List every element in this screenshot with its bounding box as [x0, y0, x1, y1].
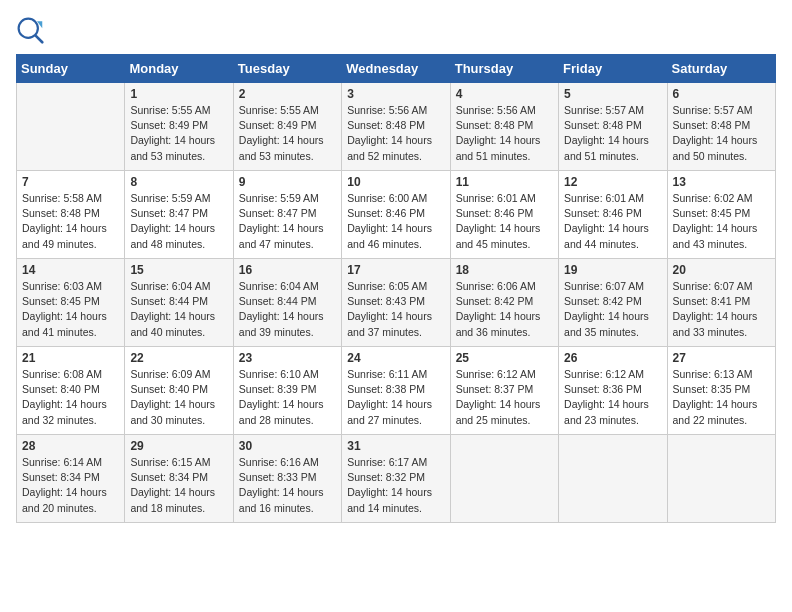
calendar-cell: 10Sunrise: 6:00 AM Sunset: 8:46 PM Dayli…: [342, 171, 450, 259]
cell-content: Sunrise: 6:00 AM Sunset: 8:46 PM Dayligh…: [347, 191, 444, 252]
day-number: 4: [456, 87, 553, 101]
calendar-cell: 7Sunrise: 5:58 AM Sunset: 8:48 PM Daylig…: [17, 171, 125, 259]
day-header-friday: Friday: [559, 55, 667, 83]
calendar-cell: [559, 435, 667, 523]
day-number: 8: [130, 175, 227, 189]
day-header-tuesday: Tuesday: [233, 55, 341, 83]
cell-content: Sunrise: 6:15 AM Sunset: 8:34 PM Dayligh…: [130, 455, 227, 516]
calendar-cell: 19Sunrise: 6:07 AM Sunset: 8:42 PM Dayli…: [559, 259, 667, 347]
cell-content: Sunrise: 6:10 AM Sunset: 8:39 PM Dayligh…: [239, 367, 336, 428]
calendar-cell: 31Sunrise: 6:17 AM Sunset: 8:32 PM Dayli…: [342, 435, 450, 523]
calendar-week-2: 7Sunrise: 5:58 AM Sunset: 8:48 PM Daylig…: [17, 171, 776, 259]
calendar-cell: 14Sunrise: 6:03 AM Sunset: 8:45 PM Dayli…: [17, 259, 125, 347]
cell-content: Sunrise: 5:59 AM Sunset: 8:47 PM Dayligh…: [130, 191, 227, 252]
logo: [16, 16, 48, 44]
calendar-week-1: 1Sunrise: 5:55 AM Sunset: 8:49 PM Daylig…: [17, 83, 776, 171]
day-number: 23: [239, 351, 336, 365]
calendar-week-4: 21Sunrise: 6:08 AM Sunset: 8:40 PM Dayli…: [17, 347, 776, 435]
cell-content: Sunrise: 5:57 AM Sunset: 8:48 PM Dayligh…: [564, 103, 661, 164]
day-number: 20: [673, 263, 770, 277]
calendar-cell: 1Sunrise: 5:55 AM Sunset: 8:49 PM Daylig…: [125, 83, 233, 171]
cell-content: Sunrise: 6:04 AM Sunset: 8:44 PM Dayligh…: [130, 279, 227, 340]
cell-content: Sunrise: 5:59 AM Sunset: 8:47 PM Dayligh…: [239, 191, 336, 252]
calendar-cell: [667, 435, 775, 523]
calendar-cell: 12Sunrise: 6:01 AM Sunset: 8:46 PM Dayli…: [559, 171, 667, 259]
logo-icon: [16, 16, 44, 44]
calendar-cell: 13Sunrise: 6:02 AM Sunset: 8:45 PM Dayli…: [667, 171, 775, 259]
calendar-cell: 17Sunrise: 6:05 AM Sunset: 8:43 PM Dayli…: [342, 259, 450, 347]
day-number: 13: [673, 175, 770, 189]
calendar-cell: 2Sunrise: 5:55 AM Sunset: 8:49 PM Daylig…: [233, 83, 341, 171]
calendar-cell: 23Sunrise: 6:10 AM Sunset: 8:39 PM Dayli…: [233, 347, 341, 435]
calendar-header: SundayMondayTuesdayWednesdayThursdayFrid…: [17, 55, 776, 83]
day-number: 11: [456, 175, 553, 189]
calendar-cell: 16Sunrise: 6:04 AM Sunset: 8:44 PM Dayli…: [233, 259, 341, 347]
calendar-cell: [450, 435, 558, 523]
day-number: 10: [347, 175, 444, 189]
calendar-table: SundayMondayTuesdayWednesdayThursdayFrid…: [16, 54, 776, 523]
day-number: 30: [239, 439, 336, 453]
cell-content: Sunrise: 6:11 AM Sunset: 8:38 PM Dayligh…: [347, 367, 444, 428]
day-header-thursday: Thursday: [450, 55, 558, 83]
cell-content: Sunrise: 6:01 AM Sunset: 8:46 PM Dayligh…: [456, 191, 553, 252]
cell-content: Sunrise: 5:56 AM Sunset: 8:48 PM Dayligh…: [347, 103, 444, 164]
day-header-saturday: Saturday: [667, 55, 775, 83]
day-number: 3: [347, 87, 444, 101]
page-header: [16, 16, 776, 44]
cell-content: Sunrise: 6:02 AM Sunset: 8:45 PM Dayligh…: [673, 191, 770, 252]
calendar-cell: 20Sunrise: 6:07 AM Sunset: 8:41 PM Dayli…: [667, 259, 775, 347]
day-number: 25: [456, 351, 553, 365]
calendar-cell: 8Sunrise: 5:59 AM Sunset: 8:47 PM Daylig…: [125, 171, 233, 259]
day-number: 22: [130, 351, 227, 365]
day-number: 27: [673, 351, 770, 365]
day-number: 9: [239, 175, 336, 189]
cell-content: Sunrise: 5:55 AM Sunset: 8:49 PM Dayligh…: [130, 103, 227, 164]
day-number: 29: [130, 439, 227, 453]
cell-content: Sunrise: 6:06 AM Sunset: 8:42 PM Dayligh…: [456, 279, 553, 340]
cell-content: Sunrise: 6:07 AM Sunset: 8:41 PM Dayligh…: [673, 279, 770, 340]
day-header-monday: Monday: [125, 55, 233, 83]
calendar-cell: 26Sunrise: 6:12 AM Sunset: 8:36 PM Dayli…: [559, 347, 667, 435]
calendar-cell: 4Sunrise: 5:56 AM Sunset: 8:48 PM Daylig…: [450, 83, 558, 171]
day-number: 16: [239, 263, 336, 277]
calendar-cell: 11Sunrise: 6:01 AM Sunset: 8:46 PM Dayli…: [450, 171, 558, 259]
cell-content: Sunrise: 5:56 AM Sunset: 8:48 PM Dayligh…: [456, 103, 553, 164]
cell-content: Sunrise: 6:01 AM Sunset: 8:46 PM Dayligh…: [564, 191, 661, 252]
calendar-cell: [17, 83, 125, 171]
cell-content: Sunrise: 6:14 AM Sunset: 8:34 PM Dayligh…: [22, 455, 119, 516]
calendar-cell: 27Sunrise: 6:13 AM Sunset: 8:35 PM Dayli…: [667, 347, 775, 435]
day-number: 12: [564, 175, 661, 189]
calendar-cell: 30Sunrise: 6:16 AM Sunset: 8:33 PM Dayli…: [233, 435, 341, 523]
day-number: 6: [673, 87, 770, 101]
calendar-cell: 28Sunrise: 6:14 AM Sunset: 8:34 PM Dayli…: [17, 435, 125, 523]
day-number: 31: [347, 439, 444, 453]
cell-content: Sunrise: 6:03 AM Sunset: 8:45 PM Dayligh…: [22, 279, 119, 340]
day-number: 26: [564, 351, 661, 365]
day-number: 18: [456, 263, 553, 277]
day-header-sunday: Sunday: [17, 55, 125, 83]
cell-content: Sunrise: 6:12 AM Sunset: 8:37 PM Dayligh…: [456, 367, 553, 428]
cell-content: Sunrise: 6:08 AM Sunset: 8:40 PM Dayligh…: [22, 367, 119, 428]
cell-content: Sunrise: 6:07 AM Sunset: 8:42 PM Dayligh…: [564, 279, 661, 340]
day-number: 5: [564, 87, 661, 101]
cell-content: Sunrise: 6:16 AM Sunset: 8:33 PM Dayligh…: [239, 455, 336, 516]
calendar-body: 1Sunrise: 5:55 AM Sunset: 8:49 PM Daylig…: [17, 83, 776, 523]
day-header-wednesday: Wednesday: [342, 55, 450, 83]
day-number: 21: [22, 351, 119, 365]
cell-content: Sunrise: 5:58 AM Sunset: 8:48 PM Dayligh…: [22, 191, 119, 252]
calendar-cell: 18Sunrise: 6:06 AM Sunset: 8:42 PM Dayli…: [450, 259, 558, 347]
calendar-cell: 15Sunrise: 6:04 AM Sunset: 8:44 PM Dayli…: [125, 259, 233, 347]
calendar-cell: 3Sunrise: 5:56 AM Sunset: 8:48 PM Daylig…: [342, 83, 450, 171]
day-number: 17: [347, 263, 444, 277]
svg-point-0: [19, 19, 38, 38]
cell-content: Sunrise: 6:12 AM Sunset: 8:36 PM Dayligh…: [564, 367, 661, 428]
cell-content: Sunrise: 6:09 AM Sunset: 8:40 PM Dayligh…: [130, 367, 227, 428]
day-headers-row: SundayMondayTuesdayWednesdayThursdayFrid…: [17, 55, 776, 83]
day-number: 24: [347, 351, 444, 365]
cell-content: Sunrise: 6:17 AM Sunset: 8:32 PM Dayligh…: [347, 455, 444, 516]
cell-content: Sunrise: 6:13 AM Sunset: 8:35 PM Dayligh…: [673, 367, 770, 428]
calendar-week-5: 28Sunrise: 6:14 AM Sunset: 8:34 PM Dayli…: [17, 435, 776, 523]
day-number: 15: [130, 263, 227, 277]
calendar-cell: 21Sunrise: 6:08 AM Sunset: 8:40 PM Dayli…: [17, 347, 125, 435]
day-number: 2: [239, 87, 336, 101]
